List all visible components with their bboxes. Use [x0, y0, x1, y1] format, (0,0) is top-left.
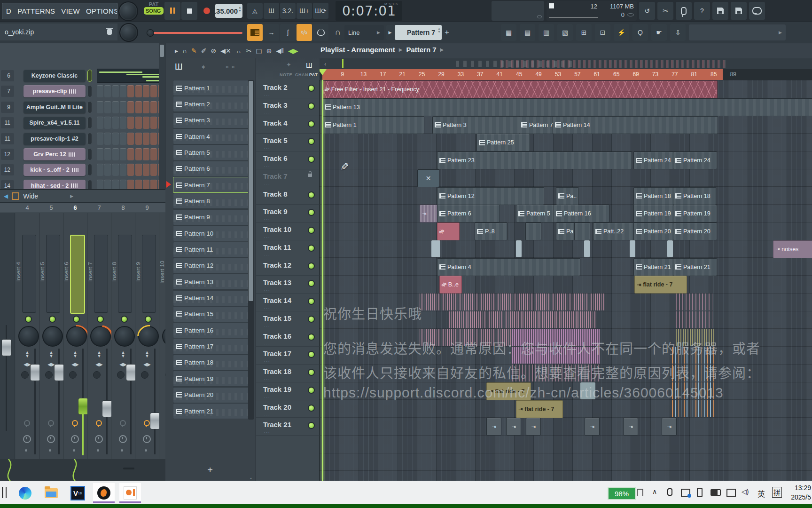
pattern-clip[interactable]: Pattern 7: [519, 116, 557, 134]
typing-keyboard-button[interactable]: [247, 24, 263, 41]
step-cell[interactable]: [143, 85, 149, 97]
pattern-list-item[interactable]: Pattern 3: [173, 112, 253, 128]
global-snap-magnet-icon[interactable]: ∩: [333, 27, 343, 38]
project-picker-button[interactable]: ⊡: [595, 24, 610, 41]
track-options-dots[interactable]: ...: [264, 287, 271, 292]
pattern-scrollbar[interactable]: ⌄: [248, 80, 254, 420]
clip-texture-stripes-sparse[interactable]: [676, 311, 714, 328]
track-options-dots[interactable]: ...: [264, 92, 271, 96]
strip-up-down-arrows[interactable]: ▲ ▼: [96, 350, 102, 358]
rack-scrollbar-thumb[interactable]: [160, 45, 164, 57]
mixer-strip[interactable]: Insert 9▲ ▼◀▶: [135, 213, 159, 459]
play-tool-icon[interactable]: ▸: [175, 46, 178, 56]
tab-pat[interactable]: PAT: [309, 72, 318, 77]
strip-clock-icon[interactable]: [23, 435, 31, 443]
track-options-dots[interactable]: ...: [264, 198, 271, 203]
mixer-strip-led[interactable]: [73, 316, 80, 323]
clear-search-icon[interactable]: [107, 29, 112, 35]
mixer-strip-led[interactable]: [97, 316, 104, 323]
track-header-row[interactable]: Track 6...: [256, 151, 320, 169]
time-display[interactable]: 0:07:01 M:S:CS: [336, 1, 402, 21]
step-cell[interactable]: [150, 101, 157, 113]
strip-lamp-icon[interactable]: [144, 420, 150, 426]
playlist-overview-strip[interactable]: ‹: [320, 58, 812, 70]
pat-song-toggle[interactable]: PAT SONG: [144, 1, 164, 20]
track-enable-led[interactable]: [308, 422, 315, 429]
step-cell[interactable]: [150, 148, 157, 160]
main-volume-knob[interactable]: [118, 1, 138, 21]
pattern-clip[interactable]: Pattern 23: [437, 151, 632, 169]
step-cell[interactable]: [97, 164, 103, 176]
strip-up-down-arrows[interactable]: ▲ ▼: [72, 350, 78, 358]
step-cell[interactable]: [97, 85, 103, 97]
step-cell[interactable]: [97, 101, 103, 113]
help-button[interactable]: ?: [694, 2, 710, 20]
pattern-list-item[interactable]: Pattern 9: [173, 209, 253, 225]
pattern-clip[interactable]: Pattern 13: [322, 98, 812, 116]
channel-piano-preview[interactable]: [97, 69, 164, 83]
mixer-master-strip-partial[interactable]: [0, 213, 15, 459]
step-cell[interactable]: [143, 180, 149, 189]
track-options-dots[interactable]: ...: [264, 127, 271, 132]
track-header-row[interactable]: Track 18...: [256, 364, 320, 382]
plugin-button[interactable]: ⚡: [614, 24, 629, 41]
mixer-track-number[interactable]: 9: [140, 204, 154, 211]
step-cell[interactable]: [120, 117, 126, 129]
track-header-row[interactable]: Track 19...: [256, 382, 320, 400]
step-cell[interactable]: [127, 101, 134, 113]
pattern-clip[interactable]: Pattern 20: [633, 222, 677, 240]
clip-texture-stripes-pink[interactable]: [449, 311, 597, 328]
pattern-list-item[interactable]: Pattern 20: [173, 387, 253, 403]
tray-ime-language[interactable]: 英: [757, 488, 765, 499]
pattern-clip[interactable]: Pattern 18: [673, 187, 716, 205]
pattern-clip[interactable]: Pattern 19: [673, 205, 717, 222]
tray-battery-icon[interactable]: [710, 489, 721, 496]
clip-texture-stripes-multi[interactable]: [672, 400, 714, 417]
thin-clip[interactable]: [516, 240, 522, 257]
mixer-strip-meter[interactable]: [22, 235, 36, 313]
mixer-strip-led[interactable]: [25, 316, 32, 323]
song-mode-label[interactable]: SONG: [144, 7, 164, 15]
pattern-clip[interactable]: Pattern 20: [673, 222, 717, 240]
pattern-list-item[interactable]: Pattern 13: [173, 274, 253, 290]
snap-magnet-icon[interactable]: ∩: [182, 46, 187, 56]
audio-noises-clip[interactable]: ⇥noises: [773, 240, 812, 258]
pattern-clip[interactable]: Patt..22: [593, 222, 634, 240]
channel-mute-led[interactable]: [87, 180, 92, 189]
track-header-row[interactable]: Track 20...: [256, 400, 320, 418]
step-cell[interactable]: [120, 180, 126, 189]
step-cell[interactable]: [135, 101, 142, 113]
strip-small-knob[interactable]: [69, 371, 77, 379]
menu-item-view[interactable]: VIEW: [61, 7, 80, 15]
strip-fader-handle[interactable]: [54, 364, 64, 381]
track-enable-led[interactable]: [308, 209, 315, 216]
pattern-list-item[interactable]: Pattern 18: [173, 355, 253, 371]
track-enable-led[interactable]: [308, 227, 315, 234]
step-cell[interactable]: [120, 164, 126, 176]
feedback-chat-button[interactable]: [749, 2, 765, 20]
playback-tool-icon[interactable]: ◀‖: [276, 46, 284, 56]
track-enable-led[interactable]: [308, 120, 315, 127]
export-button[interactable]: [731, 2, 747, 20]
audio-preview-icon[interactable]: ◀▶: [288, 46, 298, 56]
step-cell[interactable]: [97, 180, 103, 189]
menu-item-patterns[interactable]: PATTERNS: [17, 7, 55, 15]
strip-clock-icon[interactable]: [143, 435, 151, 443]
step-cell[interactable]: [127, 180, 134, 189]
step-cell[interactable]: [112, 164, 119, 176]
slip-tool-icon[interactable]: ↔: [235, 46, 242, 56]
track-options-dots[interactable]: ...: [264, 376, 271, 381]
pattern-clip[interactable]: Pattern 25: [476, 134, 530, 151]
taskbar-explorer-icon[interactable]: [40, 483, 62, 503]
pattern-clip[interactable]: Pattern 4: [437, 258, 580, 276]
mixer-pan-knob[interactable]: [18, 326, 39, 347]
mixer-strip-meter[interactable]: [46, 235, 60, 313]
channel-mute-led[interactable]: [87, 85, 92, 97]
mixer-strip-meter[interactable]: [70, 235, 85, 314]
audio-olive-clip[interactable]: ⇥flat ride - 7: [634, 276, 687, 294]
thin-clip[interactable]: [630, 240, 635, 257]
pattern-clip[interactable]: Pattern 19: [633, 205, 677, 222]
taskbar-vegas-icon[interactable]: V18: [67, 483, 88, 503]
channel-number-badge[interactable]: 7: [1, 86, 14, 97]
mixer-pan-knob[interactable]: [42, 326, 63, 347]
